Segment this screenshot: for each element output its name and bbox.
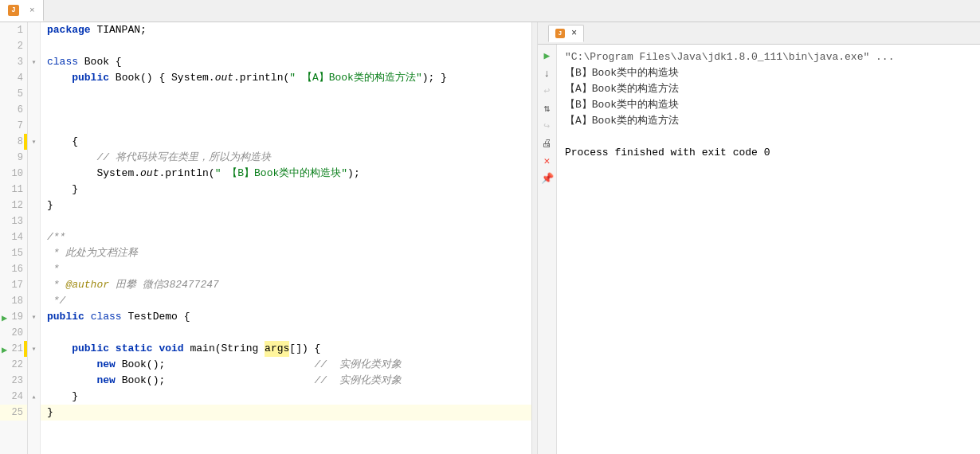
code-line: */: [41, 293, 531, 309]
code-token: public: [72, 341, 109, 357]
code-line: System.out.println(" 【B】Book类中的构造块");: [41, 166, 531, 182]
code-token: [109, 341, 116, 357]
bookmark-marker: [24, 341, 27, 357]
output-line: 【B】Book类中的构造块: [565, 97, 972, 113]
fold-marker: [28, 405, 40, 421]
code-token: Book();: [116, 357, 315, 373]
line-number: 15: [0, 245, 27, 261]
code-token: // 将代码块写在类里，所以为构造块: [47, 150, 271, 166]
code-line: [41, 325, 531, 341]
line-number: 13: [0, 213, 27, 229]
code-line: }: [41, 389, 531, 405]
code-token: }: [47, 405, 53, 421]
editor-tab-bar: J ×: [0, 0, 980, 22]
fold-marker[interactable]: ▾: [28, 134, 40, 150]
output-line: 【A】Book类的构造方法: [565, 81, 972, 97]
editor-tab-close[interactable]: ×: [29, 6, 35, 15]
code-line: public static void main(String args[]) {: [41, 341, 531, 357]
fold-marker: [28, 357, 40, 373]
fold-marker: [28, 182, 40, 198]
fold-marker[interactable]: ▾: [28, 309, 40, 325]
code-token: []) {: [289, 341, 320, 357]
code-token: TIANPAN;: [91, 22, 147, 38]
code-token: /**: [47, 229, 65, 245]
line-number: 16: [0, 261, 27, 277]
code-line: public class TestDemo {: [41, 309, 531, 325]
run-tab-icon: J: [555, 29, 565, 38]
run-tab-bar: J ×: [538, 22, 980, 45]
line-number: 20: [0, 325, 27, 341]
run-tab[interactable]: J ×: [548, 25, 584, 42]
step-over-button[interactable]: ↓: [539, 65, 555, 81]
fold-marker[interactable]: ▴: [28, 389, 40, 405]
fold-marker: [28, 118, 40, 134]
run-panel: J × ▶↓↩⇅↪🖨✕📌 "C:\Program Files\Java\jdk1…: [538, 22, 980, 454]
code-token: // 实例化类对象: [314, 357, 401, 373]
editor-tab[interactable]: J ×: [0, 0, 44, 22]
code-token: .println(: [159, 166, 214, 182]
code-line: [41, 86, 531, 102]
run-gutter-icon: ▶: [2, 344, 11, 354]
line-number: 7: [0, 118, 27, 134]
line-number: 3: [0, 54, 27, 70]
fold-marker: [28, 166, 40, 182]
fold-marker[interactable]: ▾: [28, 54, 40, 70]
code-token: }: [47, 389, 78, 405]
run-output: "C:\Program Files\Java\jdk1.8.0_111\bin\…: [557, 45, 980, 454]
close-output-button[interactable]: ✕: [539, 153, 555, 169]
fold-marker: [28, 102, 40, 118]
line-number: 11: [0, 182, 27, 198]
code-token: *: [47, 261, 60, 277]
run-gutter-icon: ▶: [2, 312, 11, 322]
fold-marker: [28, 86, 40, 102]
code-line: * @author 田攀 微信382477247: [41, 277, 531, 293]
code-token: public: [72, 70, 109, 86]
code-token: Book {: [78, 54, 122, 70]
code-token: [153, 341, 159, 357]
code-token: new: [96, 373, 115, 389]
line-number: 23: [0, 373, 27, 389]
output-line: [565, 129, 972, 145]
fold-marker: [28, 70, 40, 86]
line-number: 4: [0, 70, 27, 86]
run-button[interactable]: ▶: [539, 48, 555, 64]
code-line: class Book {: [41, 54, 531, 70]
code-token: *: [47, 277, 65, 293]
run-toolbar: ▶↓↩⇅↪🖨✕📌: [538, 45, 557, 454]
print-button[interactable]: 🖨: [539, 135, 555, 151]
line-number: ▶19: [0, 309, 27, 325]
fold-marker: [28, 198, 40, 213]
code-line: [41, 38, 531, 54]
code-token: main(String: [184, 341, 265, 357]
code-token: [47, 70, 72, 86]
code-token: ); }: [422, 70, 447, 86]
fold-marker: [28, 38, 40, 54]
line-number: 6: [0, 102, 27, 118]
code-line: }: [41, 198, 531, 213]
line-number: 24: [0, 389, 27, 405]
code-token: */: [47, 293, 65, 309]
output-line: "C:\Program Files\Java\jdk1.8.0_111\bin\…: [565, 49, 972, 65]
fold-marker[interactable]: ▾: [28, 341, 40, 357]
java-file-icon: J: [8, 5, 19, 16]
code-token: package: [47, 22, 91, 38]
pin-button[interactable]: 📌: [539, 170, 555, 186]
code-token: public: [47, 309, 84, 325]
line-numbers: 123456789101112131415161718▶1920▶2122232…: [0, 22, 28, 454]
code-token: args: [265, 341, 289, 357]
code-token: [47, 373, 96, 389]
code-token: Book();: [116, 373, 315, 389]
code-content[interactable]: package TIANPAN; class Book { public Boo…: [41, 22, 531, 454]
fold-marker: [28, 261, 40, 277]
code-token: Book() { System.: [109, 70, 215, 86]
main-area: 123456789101112131415161718▶1920▶2122232…: [0, 22, 980, 454]
code-token: " 【B】Book类中的构造块": [215, 166, 347, 182]
rerun-button: ↩: [539, 83, 555, 99]
code-line: }: [41, 405, 531, 421]
code-line: {: [41, 134, 531, 150]
fold-marker: [28, 245, 40, 261]
resume-button[interactable]: ⇅: [539, 100, 555, 116]
run-tab-close[interactable]: ×: [571, 28, 577, 39]
code-token: class: [91, 309, 122, 325]
code-line: // 将代码块写在类里，所以为构造块: [41, 150, 531, 166]
